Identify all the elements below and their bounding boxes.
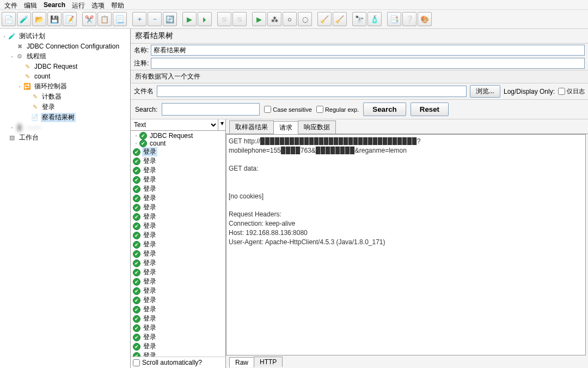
tab-response[interactable]: 响应数据	[298, 120, 336, 134]
tree-panel: ◦🧪测试计划 ✖JDBC Connection Configuration ◦⚙…	[0, 29, 131, 368]
blur-icon: ▉	[15, 123, 24, 132]
remote-stop-button[interactable]: ○	[283, 12, 297, 26]
result-item[interactable]: ✔登录	[132, 258, 224, 268]
tree-workbench[interactable]: ▧工作台	[1, 132, 129, 143]
errors-only-checkbox[interactable]	[558, 88, 565, 95]
tree-root[interactable]: ◦🧪测试计划	[1, 31, 129, 41]
result-item[interactable]: ✔登录	[132, 277, 224, 286]
toggle-button[interactable]: 🔄	[163, 12, 177, 26]
comment-input[interactable]	[151, 58, 585, 69]
result-item[interactable]: ✔登录	[132, 184, 224, 194]
result-item[interactable]: ✔登录	[132, 351, 224, 357]
regex-checkbox[interactable]	[316, 106, 323, 113]
tab-sampler[interactable]: 取样器结果	[229, 120, 274, 134]
name-input[interactable]	[151, 45, 585, 56]
search-button[interactable]: Search	[363, 102, 406, 116]
result-item[interactable]: ✔登录	[132, 323, 224, 333]
paste-button[interactable]: 📃	[113, 12, 127, 26]
remote-stop-all-button[interactable]: ◌	[298, 12, 312, 26]
browse-button[interactable]: 浏览...	[470, 85, 500, 98]
tree-redacted[interactable]: ◦▉––––	[1, 123, 129, 132]
result-item[interactable]: ✔登录	[132, 305, 224, 314]
success-icon: ✔	[133, 232, 140, 239]
menu-file[interactable]: 文件	[4, 1, 17, 8]
result-item[interactable]: ✔登录	[132, 295, 224, 305]
request-detail-text[interactable]: GET http://▉▉▉▉▉▉▉▉▉▉▉▉▉▉▉▉▉▉▉▉▉▉▉▉▉▉▉▉▉…	[226, 134, 586, 355]
collapse-button[interactable]: －	[148, 12, 162, 26]
cut-button[interactable]: ✂️	[82, 12, 96, 26]
stop-button[interactable]: ⦸	[217, 12, 231, 26]
sampler-icon: ✎	[23, 72, 32, 81]
expand-button[interactable]: ＋	[132, 12, 146, 26]
tree-loop-controller[interactable]: ◦🔁循环控制器	[1, 81, 129, 92]
result-item[interactable]: ✔登录	[132, 286, 224, 295]
tree-count[interactable]: ✎count	[1, 71, 129, 81]
tab-raw[interactable]: Raw	[229, 357, 254, 367]
result-item[interactable]: ✔登录	[132, 231, 224, 240]
find-button[interactable]: 🔭	[352, 12, 366, 26]
result-item[interactable]: ✔登录	[132, 212, 224, 221]
remote-start-button[interactable]: ▶	[252, 12, 266, 26]
save-as-button[interactable]: 📝	[63, 12, 77, 26]
success-icon: ✔	[133, 204, 140, 212]
scroll-auto-checkbox[interactable]	[133, 359, 140, 366]
result-item[interactable]: ✔登录	[132, 175, 224, 184]
tree-jdbc-request[interactable]: ✎JDBC Request	[1, 62, 129, 71]
filename-input[interactable]	[157, 86, 467, 97]
tab-request[interactable]: 请求	[273, 121, 298, 134]
tab-http[interactable]: HTTP	[254, 357, 283, 367]
config-icon: ✖	[15, 42, 24, 51]
dropdown-icon[interactable]: ▾	[218, 119, 225, 130]
regex-label: Regular exp.	[325, 106, 359, 113]
new-button[interactable]: 📄	[2, 12, 16, 26]
render-select[interactable]: Text	[131, 119, 218, 130]
menu-help[interactable]: 帮助	[111, 1, 124, 8]
result-item[interactable]: ✔登录	[132, 249, 224, 258]
result-item[interactable]: ✔登录	[132, 166, 224, 175]
results-list[interactable]: ◦✔JDBC Request◦✔count✔登录✔登录✔登录✔登录✔登录✔登录✔…	[131, 131, 225, 357]
tree-jdbc-conn[interactable]: ✖JDBC Connection Configuration	[1, 41, 129, 51]
search-input[interactable]	[162, 103, 260, 116]
clear-all-button[interactable]: 🧹	[333, 12, 347, 26]
reset-search-button[interactable]: 🧴	[367, 12, 382, 26]
success-icon: ✔	[139, 132, 147, 140]
tree-thread-group[interactable]: ◦⚙线程组	[1, 51, 129, 62]
tree-results-tree[interactable]: 📄察看结果树	[1, 112, 129, 123]
result-item[interactable]: ✔登录	[132, 240, 224, 249]
result-item[interactable]: ✔登录	[132, 203, 224, 212]
result-item[interactable]: ◦✔count	[132, 140, 224, 147]
tree-login[interactable]: ✎登录	[1, 102, 129, 112]
function-helper-button[interactable]: 📑	[387, 12, 401, 26]
menu-search[interactable]: Search	[44, 1, 65, 8]
save-button[interactable]: 💾	[47, 12, 62, 26]
gear-icon: ⚙	[15, 52, 24, 61]
result-item[interactable]: ✔登录	[132, 342, 224, 351]
result-item[interactable]: ✔登录	[132, 194, 224, 203]
misc-button[interactable]: 🎨	[418, 12, 432, 26]
reset-button[interactable]: Reset	[411, 102, 449, 116]
remote-start-all-button[interactable]: ⁂	[267, 12, 281, 26]
tree-counter[interactable]: ✎计数器	[1, 92, 129, 102]
result-item[interactable]: ✔登录	[132, 221, 224, 231]
open-button[interactable]: 📂	[32, 12, 46, 26]
success-icon: ✔	[133, 278, 140, 286]
menu-edit[interactable]: 编辑	[24, 1, 37, 8]
result-item[interactable]: ✔登录	[132, 333, 224, 342]
result-item[interactable]: ✔登录	[132, 147, 224, 156]
result-item[interactable]: ✔登录	[132, 268, 224, 277]
help-button[interactable]: ❔	[402, 12, 416, 26]
copy-button[interactable]: 📋	[97, 12, 112, 26]
result-item[interactable]: ✔登录	[132, 156, 224, 166]
scroll-auto-label: Scroll automatically?	[142, 359, 202, 366]
menu-options[interactable]: 选项	[91, 1, 105, 8]
menu-run[interactable]: 运行	[72, 1, 85, 8]
success-icon: ✔	[133, 324, 140, 332]
shutdown-button[interactable]: ⦸	[232, 12, 247, 26]
case-sensitive-checkbox[interactable]	[264, 106, 271, 113]
result-item[interactable]: ◦✔JDBC Request	[132, 132, 224, 140]
result-item[interactable]: ✔登录	[132, 314, 224, 323]
clear-button[interactable]: 🧹	[317, 12, 332, 26]
run-button[interactable]: ▶	[182, 12, 197, 26]
run-notimer-button[interactable]: ⏵	[198, 12, 212, 26]
templates-button[interactable]: 🧪	[17, 12, 31, 26]
